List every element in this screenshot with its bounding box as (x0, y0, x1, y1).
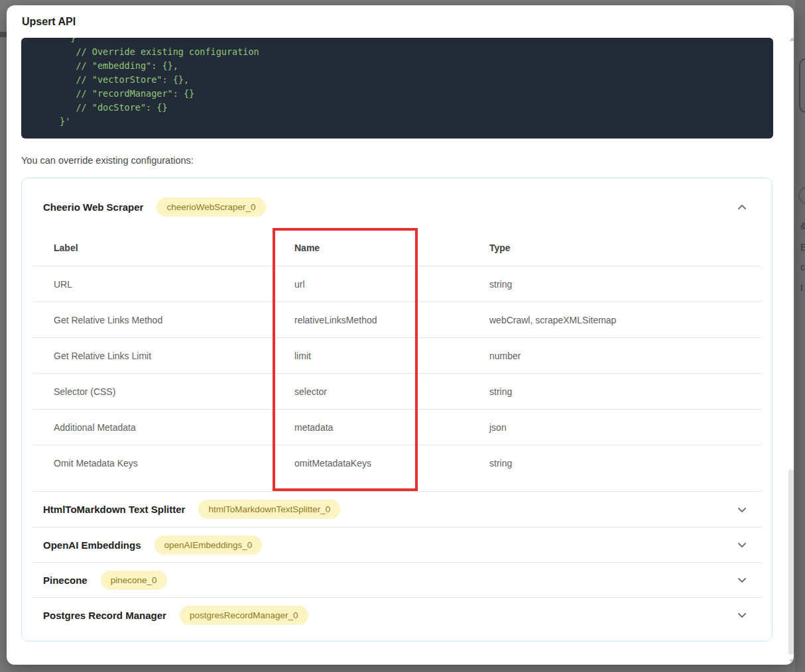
code-block[interactable]: } // Override existing configuration // … (21, 38, 773, 139)
code-line: }' (60, 115, 773, 129)
cell-type: string (489, 458, 761, 469)
cell-type: string (489, 386, 761, 397)
column-header-type: Type (489, 243, 761, 253)
table-header-row: Label Name Type (32, 229, 761, 266)
cell-label: Get Relative Links Limit (54, 351, 294, 361)
cell-name: limit (294, 351, 489, 361)
backdrop-circle-fragment (798, 187, 805, 204)
backdrop-text-fragment: I (800, 282, 803, 293)
table-row: Omit Metadata Keys omitMetadataKeys stri… (32, 445, 761, 492)
cell-name: url (294, 279, 489, 290)
chevron-down-icon[interactable] (737, 539, 747, 550)
backdrop-text-fragment: Ec (800, 242, 805, 252)
section-label: Cheerio Web Scraper (43, 201, 143, 213)
parameter-table: Label Name Type URL url string Get Relat… (32, 229, 761, 492)
code-line: // Override existing configuration (60, 45, 773, 59)
backdrop-underlay-band (0, 32, 7, 37)
backdrop-text-fragment: ch (800, 262, 805, 272)
chevron-down-icon[interactable] (737, 610, 747, 620)
node-id-badge: pinecone_0 (101, 571, 167, 590)
code-line: } (60, 38, 773, 45)
node-id-badge: postgresRecordManager_0 (180, 606, 308, 625)
section-label: Pinecone (43, 575, 88, 586)
dialog-title: Upsert API (22, 16, 76, 28)
column-header-name: Name (294, 243, 489, 253)
code-line: // "recordManager": {} (60, 87, 773, 101)
cell-label: Selector (CSS) (54, 386, 294, 397)
section-label: HtmlToMarkdown Text Splitter (43, 504, 185, 515)
node-id-badge: openAIEmbeddings_0 (155, 535, 263, 555)
cell-label: Omit Metadata Keys (54, 458, 294, 469)
backdrop-text-fragment: & (800, 221, 805, 231)
cell-label: Additional Metadata (54, 422, 294, 433)
code-line: // "vectorStore": {}, (60, 73, 773, 87)
accordion-header-cheerio-web-scraper[interactable]: Cheerio Web Scraper cheerioWebScraper_0 (22, 178, 772, 229)
scrollbar-thumb[interactable] (788, 469, 794, 655)
cell-type: string (489, 279, 761, 290)
cell-name: selector (294, 386, 489, 397)
cell-name: metadata (294, 422, 489, 433)
node-id-badge: cheerioWebScraper_0 (156, 197, 265, 217)
cell-name: relativeLinksMethod (294, 315, 489, 325)
code-line: // "embedding": {}, (60, 59, 773, 73)
table-row: Get Relative Links Method relativeLinksM… (32, 302, 761, 338)
chevron-down-icon[interactable] (737, 504, 747, 515)
override-caption: You can override existing configurations… (21, 155, 194, 166)
chevron-up-icon[interactable] (737, 202, 747, 213)
accordion-header-openai-embeddings[interactable]: OpenAI Embeddings openAIEmbeddings_0 (32, 527, 761, 562)
accordion-header-postgres-record-manager[interactable]: Postgres Record Manager postgresRecordMa… (32, 597, 761, 632)
table-row: Get Relative Links Limit limit number (32, 338, 761, 374)
cell-label: URL (54, 279, 294, 290)
scrollbar-up-arrow[interactable] (789, 37, 794, 41)
cell-type: json (489, 422, 761, 433)
chevron-down-icon[interactable] (737, 575, 747, 585)
cell-type: webCrawl, scrapeXMLSitemap (489, 315, 761, 325)
node-id-badge: htmlToMarkdownTextSplitter_0 (198, 500, 340, 519)
section-label: Postgres Record Manager (43, 610, 166, 621)
table-row: Additional Metadata metadata json (32, 410, 761, 445)
column-header-label: Label (54, 243, 294, 253)
cell-name: omitMetadataKeys (294, 458, 489, 469)
backdrop-rounded-rect-fragment (799, 58, 805, 113)
table-row: URL url string (32, 266, 761, 302)
accordion-header-htmltomarkdown-text-splitter[interactable]: HtmlToMarkdown Text Splitter htmlToMarkd… (32, 492, 761, 527)
table-row: Selector (CSS) selector string (32, 374, 761, 410)
cell-type: number (489, 351, 761, 361)
scrollbar-down-arrow[interactable] (789, 659, 794, 663)
upsert-api-dialog: Upsert API } // Override existing config… (7, 5, 794, 665)
configurations-box: Cheerio Web Scraper cheerioWebScraper_0 … (21, 178, 773, 642)
code-line: // "docStore": {} (60, 101, 773, 115)
backdrop-right-strip: & Ec ch I (795, 0, 805, 672)
cell-label: Get Relative Links Method (54, 315, 294, 325)
section-label: OpenAI Embeddings (43, 539, 141, 551)
accordion-header-pinecone[interactable]: Pinecone pinecone_0 (32, 562, 761, 597)
